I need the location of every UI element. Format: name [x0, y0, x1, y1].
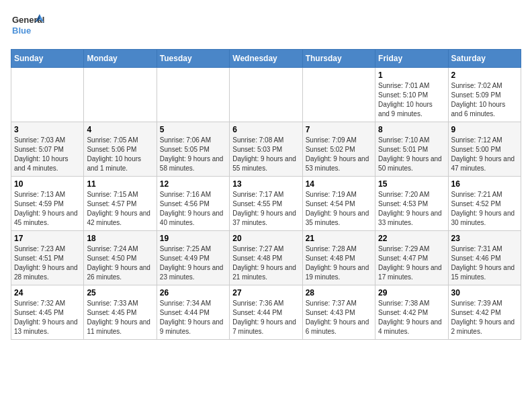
day-info: Sunrise: 7:05 AM Sunset: 5:06 PM Dayligh…	[87, 136, 153, 173]
day-info: Sunrise: 7:12 AM Sunset: 5:00 PM Dayligh…	[451, 136, 518, 173]
calendar-cell: 20Sunrise: 7:27 AM Sunset: 4:48 PM Dayli…	[230, 231, 302, 285]
logo-icon: General Blue	[11, 11, 44, 41]
day-number: 22	[378, 234, 445, 243]
day-info: Sunrise: 7:15 AM Sunset: 4:57 PM Dayligh…	[87, 190, 153, 228]
calendar-cell: 19Sunrise: 7:25 AM Sunset: 4:49 PM Dayli…	[157, 231, 229, 285]
calendar-cell: 13Sunrise: 7:17 AM Sunset: 4:55 PM Dayli…	[230, 177, 302, 231]
calendar-cell: 24Sunrise: 7:32 AM Sunset: 4:45 PM Dayli…	[11, 285, 84, 340]
day-number: 29	[378, 288, 445, 298]
calendar-cell: 26Sunrise: 7:34 AM Sunset: 4:44 PM Dayli…	[157, 285, 229, 340]
calendar-cell: 11Sunrise: 7:15 AM Sunset: 4:57 PM Dayli…	[84, 177, 157, 231]
day-number: 5	[160, 125, 226, 134]
day-info: Sunrise: 7:25 AM Sunset: 4:49 PM Dayligh…	[160, 244, 226, 282]
day-number: 27	[232, 288, 299, 298]
calendar-week: 1Sunrise: 7:01 AM Sunset: 5:10 PM Daylig…	[11, 68, 521, 122]
day-number: 26	[160, 288, 226, 298]
day-number: 10	[14, 179, 81, 189]
day-info: Sunrise: 7:16 AM Sunset: 4:56 PM Dayligh…	[160, 190, 226, 228]
calendar-cell: 15Sunrise: 7:20 AM Sunset: 4:53 PM Dayli…	[375, 177, 448, 231]
day-info: Sunrise: 7:36 AM Sunset: 4:44 PM Dayligh…	[232, 299, 299, 336]
day-info: Sunrise: 7:24 AM Sunset: 4:50 PM Dayligh…	[87, 244, 153, 282]
calendar-cell: 22Sunrise: 7:29 AM Sunset: 4:47 PM Dayli…	[375, 231, 448, 285]
calendar-cell: 12Sunrise: 7:16 AM Sunset: 4:56 PM Dayli…	[157, 177, 229, 231]
calendar-cell	[302, 68, 375, 122]
day-number: 13	[232, 179, 299, 189]
calendar-cell	[84, 68, 157, 122]
day-info: Sunrise: 7:03 AM Sunset: 5:07 PM Dayligh…	[14, 136, 81, 173]
calendar-cell: 28Sunrise: 7:37 AM Sunset: 4:43 PM Dayli…	[302, 285, 375, 340]
calendar-cell	[11, 68, 84, 122]
day-number: 14	[306, 179, 372, 189]
day-info: Sunrise: 7:27 AM Sunset: 4:48 PM Dayligh…	[232, 244, 299, 282]
weekday-header: Monday	[84, 50, 157, 68]
calendar-cell	[230, 68, 302, 122]
weekday-header: Tuesday	[157, 50, 229, 68]
weekday-header: Thursday	[302, 50, 375, 68]
day-info: Sunrise: 7:06 AM Sunset: 5:05 PM Dayligh…	[160, 136, 226, 173]
day-number: 23	[451, 234, 518, 243]
day-number: 21	[306, 234, 372, 243]
calendar-cell: 18Sunrise: 7:24 AM Sunset: 4:50 PM Dayli…	[84, 231, 157, 285]
calendar-cell: 27Sunrise: 7:36 AM Sunset: 4:44 PM Dayli…	[230, 285, 302, 340]
day-number: 2	[451, 71, 518, 80]
day-number: 12	[160, 179, 226, 189]
calendar-cell: 10Sunrise: 7:13 AM Sunset: 4:59 PM Dayli…	[11, 177, 84, 231]
weekday-header: Sunday	[11, 50, 84, 68]
day-number: 24	[14, 288, 81, 298]
calendar-cell: 1Sunrise: 7:01 AM Sunset: 5:10 PM Daylig…	[375, 68, 448, 122]
calendar-cell: 23Sunrise: 7:31 AM Sunset: 4:46 PM Dayli…	[448, 231, 521, 285]
calendar-week: 17Sunrise: 7:23 AM Sunset: 4:51 PM Dayli…	[11, 231, 521, 285]
calendar-cell: 6Sunrise: 7:08 AM Sunset: 5:03 PM Daylig…	[230, 122, 302, 177]
calendar-cell: 5Sunrise: 7:06 AM Sunset: 5:05 PM Daylig…	[157, 122, 229, 177]
calendar: SundayMondayTuesdayWednesdayThursdayFrid…	[11, 49, 521, 340]
day-info: Sunrise: 7:31 AM Sunset: 4:46 PM Dayligh…	[451, 244, 518, 282]
calendar-cell: 4Sunrise: 7:05 AM Sunset: 5:06 PM Daylig…	[84, 122, 157, 177]
calendar-cell: 14Sunrise: 7:19 AM Sunset: 4:54 PM Dayli…	[302, 177, 375, 231]
day-info: Sunrise: 7:28 AM Sunset: 4:48 PM Dayligh…	[306, 244, 372, 282]
day-number: 3	[14, 125, 81, 134]
calendar-cell: 16Sunrise: 7:21 AM Sunset: 4:52 PM Dayli…	[448, 177, 521, 231]
day-info: Sunrise: 7:34 AM Sunset: 4:44 PM Dayligh…	[160, 299, 226, 336]
day-number: 28	[306, 288, 372, 298]
calendar-cell: 30Sunrise: 7:39 AM Sunset: 4:42 PM Dayli…	[448, 285, 521, 340]
day-info: Sunrise: 7:01 AM Sunset: 5:10 PM Dayligh…	[378, 81, 445, 119]
day-number: 30	[451, 288, 518, 298]
day-number: 18	[87, 234, 153, 243]
day-info: Sunrise: 7:09 AM Sunset: 5:02 PM Dayligh…	[306, 136, 372, 173]
day-info: Sunrise: 7:38 AM Sunset: 4:42 PM Dayligh…	[378, 299, 445, 336]
calendar-week: 10Sunrise: 7:13 AM Sunset: 4:59 PM Dayli…	[11, 177, 521, 231]
calendar-cell: 21Sunrise: 7:28 AM Sunset: 4:48 PM Dayli…	[302, 231, 375, 285]
day-number: 6	[232, 125, 299, 134]
day-info: Sunrise: 7:21 AM Sunset: 4:52 PM Dayligh…	[451, 190, 518, 228]
day-number: 17	[14, 234, 81, 243]
day-info: Sunrise: 7:10 AM Sunset: 5:01 PM Dayligh…	[378, 136, 445, 173]
day-number: 15	[378, 179, 445, 189]
day-number: 1	[378, 71, 445, 80]
calendar-header: SundayMondayTuesdayWednesdayThursdayFrid…	[11, 50, 521, 68]
day-info: Sunrise: 7:29 AM Sunset: 4:47 PM Dayligh…	[378, 244, 445, 282]
calendar-cell: 8Sunrise: 7:10 AM Sunset: 5:01 PM Daylig…	[375, 122, 448, 177]
day-number: 8	[378, 125, 445, 134]
day-info: Sunrise: 7:23 AM Sunset: 4:51 PM Dayligh…	[14, 244, 81, 282]
weekday-header: Saturday	[448, 50, 521, 68]
calendar-cell: 9Sunrise: 7:12 AM Sunset: 5:00 PM Daylig…	[448, 122, 521, 177]
svg-text:Blue: Blue	[12, 26, 31, 36]
day-number: 9	[451, 125, 518, 134]
day-number: 16	[451, 179, 518, 189]
weekday-header: Friday	[375, 50, 448, 68]
calendar-cell	[157, 68, 229, 122]
day-info: Sunrise: 7:19 AM Sunset: 4:54 PM Dayligh…	[306, 190, 372, 228]
day-info: Sunrise: 7:20 AM Sunset: 4:53 PM Dayligh…	[378, 190, 445, 228]
day-number: 4	[87, 125, 153, 134]
day-info: Sunrise: 7:13 AM Sunset: 4:59 PM Dayligh…	[14, 190, 81, 228]
calendar-cell: 29Sunrise: 7:38 AM Sunset: 4:42 PM Dayli…	[375, 285, 448, 340]
calendar-week: 24Sunrise: 7:32 AM Sunset: 4:45 PM Dayli…	[11, 285, 521, 340]
logo: General Blue	[11, 11, 44, 41]
day-info: Sunrise: 7:39 AM Sunset: 4:42 PM Dayligh…	[451, 299, 518, 336]
weekday-header: Wednesday	[230, 50, 302, 68]
day-number: 19	[160, 234, 226, 243]
calendar-week: 3Sunrise: 7:03 AM Sunset: 5:07 PM Daylig…	[11, 122, 521, 177]
calendar-cell: 7Sunrise: 7:09 AM Sunset: 5:02 PM Daylig…	[302, 122, 375, 177]
day-info: Sunrise: 7:32 AM Sunset: 4:45 PM Dayligh…	[14, 299, 81, 336]
page-header: General Blue	[11, 11, 521, 41]
